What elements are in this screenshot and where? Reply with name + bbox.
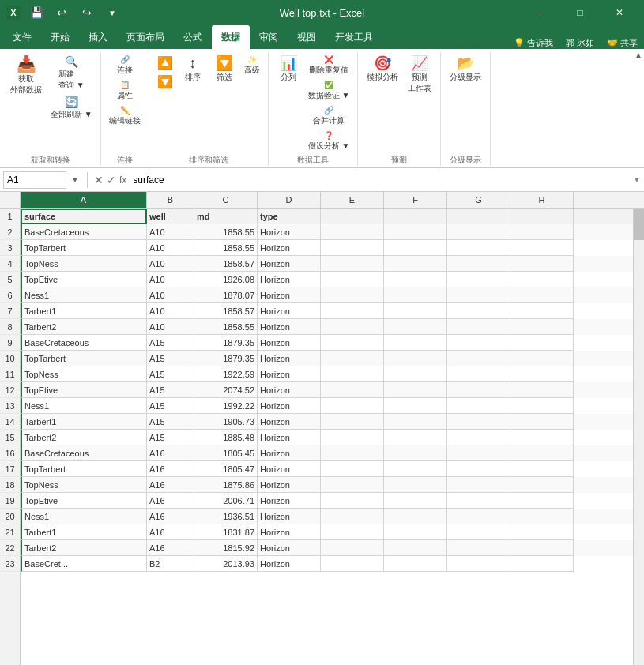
cell-7-3[interactable]: Horizon xyxy=(258,303,321,319)
cell-1-0[interactable]: surface xyxy=(21,209,147,224)
cell-17-3[interactable]: Horizon xyxy=(258,461,321,477)
cell-11-3[interactable]: Horizon xyxy=(258,366,321,382)
cell-5-4[interactable] xyxy=(321,272,384,287)
cell-23-2[interactable]: 2013.93 xyxy=(194,556,258,572)
cell-ref-box[interactable]: A1 xyxy=(3,171,66,189)
remove-dupes-btn[interactable]: ❌ 删除重复值 xyxy=(305,54,353,77)
new-query-btn[interactable]: 🔍 新建查询 ▼ xyxy=(47,54,96,92)
cell-20-1[interactable]: A16 xyxy=(147,509,194,524)
cell-9-2[interactable]: 1879.35 xyxy=(194,335,258,351)
cell-6-1[interactable]: A10 xyxy=(147,287,194,303)
cell-1-3[interactable]: type xyxy=(258,209,321,224)
cell-19-0[interactable]: TopEtive xyxy=(21,493,147,509)
col-header-h[interactable]: H xyxy=(510,192,574,208)
cell-9-6[interactable] xyxy=(447,335,510,351)
cell-15-1[interactable]: A15 xyxy=(147,430,194,445)
tab-home[interactable]: 开始 xyxy=(41,25,79,49)
cell-19-5[interactable] xyxy=(384,493,447,509)
cell-18-0[interactable]: TopNess xyxy=(21,477,147,493)
cell-22-3[interactable]: Horizon xyxy=(258,540,321,556)
cell-23-3[interactable]: Horizon xyxy=(258,556,321,572)
cell-1-1[interactable]: well xyxy=(147,209,194,224)
cell-8-4[interactable] xyxy=(321,319,384,335)
cell-19-2[interactable]: 2006.71 xyxy=(194,493,258,509)
cell-2-6[interactable] xyxy=(447,224,510,240)
cell-12-1[interactable]: A15 xyxy=(147,382,194,398)
cell-14-6[interactable] xyxy=(447,414,510,430)
cell-19-7[interactable] xyxy=(510,493,574,509)
cell-14-4[interactable] xyxy=(321,414,384,430)
cell-9-3[interactable]: Horizon xyxy=(258,335,321,351)
tell-me-btn[interactable]: 💡 告诉我 xyxy=(507,37,559,49)
cell-3-1[interactable]: A10 xyxy=(147,240,194,256)
outline-btn[interactable]: 📂 分级显示 xyxy=(446,54,485,85)
sort-desc-btn[interactable]: 🔽 xyxy=(154,73,176,91)
formula-expand-btn[interactable]: ▼ xyxy=(633,175,641,184)
cell-19-3[interactable]: Horizon xyxy=(258,493,321,509)
cell-9-4[interactable] xyxy=(321,335,384,351)
consolidate-btn[interactable]: 🔗 合并计算 xyxy=(305,104,353,128)
cell-2-4[interactable] xyxy=(321,224,384,240)
cell-22-4[interactable] xyxy=(321,540,384,556)
cell-18-5[interactable] xyxy=(384,477,447,493)
cell-20-4[interactable] xyxy=(321,509,384,524)
cell-11-5[interactable] xyxy=(384,366,447,382)
customize-btn[interactable]: ▼ xyxy=(103,3,122,22)
cell-4-1[interactable]: A10 xyxy=(147,256,194,272)
forecast-btn[interactable]: 📈 预测工作表 xyxy=(404,54,435,96)
cell-16-3[interactable]: Horizon xyxy=(258,445,321,461)
col-header-g[interactable]: G xyxy=(447,192,510,208)
cell-14-5[interactable] xyxy=(384,414,447,430)
cell-7-4[interactable] xyxy=(321,303,384,319)
redo-btn[interactable]: ↪ xyxy=(77,3,96,22)
cell-12-2[interactable]: 2074.52 xyxy=(194,382,258,398)
cell-6-4[interactable] xyxy=(321,287,384,303)
cell-17-0[interactable]: TopTarbert xyxy=(21,461,147,477)
cell-21-6[interactable] xyxy=(447,524,510,540)
cell-22-5[interactable] xyxy=(384,540,447,556)
share-btn[interactable]: 🤝 共享 xyxy=(601,37,644,49)
tab-review[interactable]: 审阅 xyxy=(250,25,288,49)
cell-6-6[interactable] xyxy=(447,287,510,303)
data-validation-btn[interactable]: ✅ 数据验证 ▼ xyxy=(305,79,353,103)
cell-2-0[interactable]: BaseCretaceous xyxy=(21,224,147,240)
cell-3-4[interactable] xyxy=(321,240,384,256)
cell-18-6[interactable] xyxy=(447,477,510,493)
cell-10-5[interactable] xyxy=(384,351,447,366)
cell-7-5[interactable] xyxy=(384,303,447,319)
cell-4-2[interactable]: 1858.57 xyxy=(194,256,258,272)
cell-16-6[interactable] xyxy=(447,445,510,461)
col-header-f[interactable]: F xyxy=(384,192,447,208)
col-header-e[interactable]: E xyxy=(321,192,384,208)
cell-6-5[interactable] xyxy=(384,287,447,303)
cell-16-2[interactable]: 1805.45 xyxy=(194,445,258,461)
connections-btn[interactable]: 🔗 连接 xyxy=(106,54,144,77)
cell-15-5[interactable] xyxy=(384,430,447,445)
cell-22-0[interactable]: Tarbert2 xyxy=(21,540,147,556)
col-header-b[interactable]: B xyxy=(147,192,194,208)
cell-11-1[interactable]: A15 xyxy=(147,366,194,382)
cell-8-3[interactable]: Horizon xyxy=(258,319,321,335)
cell-3-5[interactable] xyxy=(384,240,447,256)
cell-7-7[interactable] xyxy=(510,303,574,319)
cell-ref-dropdown[interactable]: ▼ xyxy=(70,175,81,184)
cell-11-7[interactable] xyxy=(510,366,574,382)
cell-6-7[interactable] xyxy=(510,287,574,303)
cell-17-1[interactable]: A16 xyxy=(147,461,194,477)
cell-22-6[interactable] xyxy=(447,540,510,556)
cell-17-6[interactable] xyxy=(447,461,510,477)
cell-10-2[interactable]: 1879.35 xyxy=(194,351,258,366)
v-scrollbar[interactable] xyxy=(633,209,644,665)
cell-13-6[interactable] xyxy=(447,398,510,414)
ribbon-collapse-btn[interactable]: ▲ xyxy=(635,51,642,59)
cell-2-1[interactable]: A10 xyxy=(147,224,194,240)
cell-12-4[interactable] xyxy=(321,382,384,398)
v-scrollbar-thumb[interactable] xyxy=(634,209,644,240)
cell-14-7[interactable] xyxy=(510,414,574,430)
cell-14-2[interactable]: 1905.73 xyxy=(194,414,258,430)
cell-13-7[interactable] xyxy=(510,398,574,414)
tab-view[interactable]: 视图 xyxy=(288,25,326,49)
close-btn[interactable]: ✕ xyxy=(601,0,638,25)
cell-20-0[interactable]: Ness1 xyxy=(21,509,147,524)
cell-17-4[interactable] xyxy=(321,461,384,477)
